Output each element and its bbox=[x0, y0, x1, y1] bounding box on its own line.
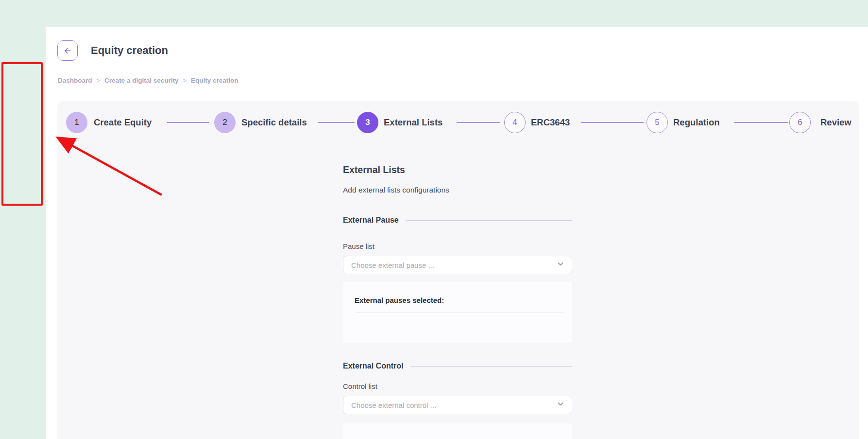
step-connector bbox=[167, 122, 209, 123]
main-content: Equity creation Dashboard > Create a dig… bbox=[46, 27, 868, 439]
pause-list-placeholder: Choose external pause ... bbox=[351, 261, 434, 269]
sidebar bbox=[0, 0, 46, 439]
form-subtitle: Add external lists configurations bbox=[343, 186, 572, 194]
breadcrumb: Dashboard > Create a digital security > … bbox=[58, 77, 238, 84]
pause-list-select[interactable]: Choose external pause ... bbox=[343, 256, 572, 274]
section-divider bbox=[406, 220, 572, 221]
step-2-circle[interactable]: 2 bbox=[214, 112, 236, 133]
step-5-label: Regulation bbox=[673, 117, 720, 128]
section-divider bbox=[410, 366, 572, 367]
step-1-label: Create Equity bbox=[94, 117, 152, 128]
breadcrumb-dashboard[interactable]: Dashboard bbox=[58, 77, 92, 84]
step-5-circle[interactable]: 5 bbox=[647, 112, 668, 133]
step-6-circle[interactable]: 6 bbox=[789, 112, 811, 133]
form-title: External Lists bbox=[343, 164, 572, 176]
section-title: External Control bbox=[343, 362, 403, 370]
breadcrumb-create-digital-security[interactable]: Create a digital security bbox=[104, 77, 178, 84]
control-list-select[interactable]: Choose external control ... bbox=[343, 396, 572, 414]
control-list-placeholder: Choose external control ... bbox=[351, 401, 436, 409]
section-external-pause: External Pause bbox=[343, 216, 572, 225]
section-title: External Pause bbox=[343, 216, 399, 225]
back-button[interactable] bbox=[57, 40, 78, 61]
step-6-label: Review bbox=[820, 117, 851, 128]
page-title: Equity creation bbox=[91, 44, 168, 57]
section-external-control: External Control bbox=[343, 362, 572, 370]
chevron-down-icon bbox=[556, 400, 565, 410]
step-connector bbox=[581, 122, 644, 123]
external-controls-selected-card: External controls selected: bbox=[343, 423, 572, 439]
step-1-circle[interactable]: 1 bbox=[66, 112, 87, 133]
external-pauses-selected-title: External pauses selected: bbox=[355, 296, 564, 304]
chevron-down-icon bbox=[556, 260, 565, 270]
card-divider bbox=[355, 313, 563, 313]
step-2-label: Specific details bbox=[241, 117, 307, 128]
control-list-label: Control list bbox=[343, 382, 572, 390]
top-bar bbox=[0, 0, 868, 27]
wizard-panel: 1 Create Equity 2 Specific details 3 Ext… bbox=[57, 101, 859, 439]
step-connector bbox=[734, 122, 788, 123]
breadcrumb-equity-creation: Equity creation bbox=[191, 77, 238, 84]
breadcrumb-separator: > bbox=[97, 77, 101, 84]
external-pauses-selected-card: External pauses selected: bbox=[343, 282, 572, 343]
external-lists-form: External Lists Add external lists config… bbox=[343, 101, 572, 439]
breadcrumb-separator: > bbox=[183, 77, 187, 84]
pause-list-label: Pause list bbox=[343, 242, 572, 250]
